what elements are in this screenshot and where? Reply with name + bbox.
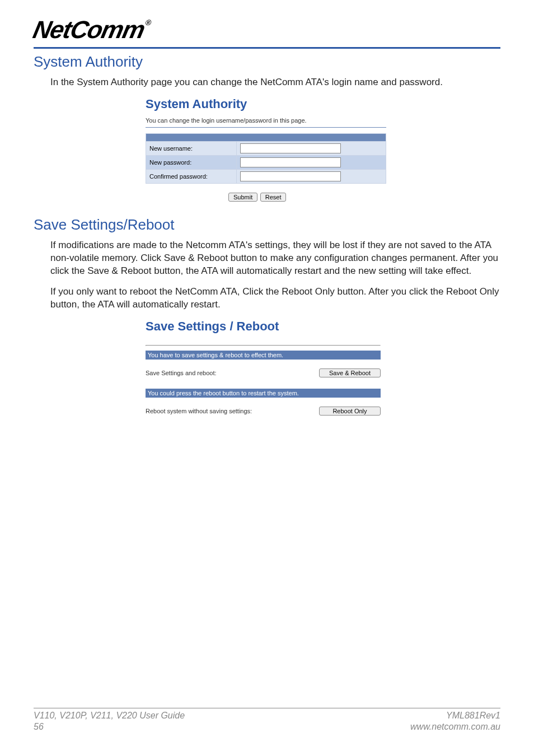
save-reboot-embed: Save Settings / Reboot You have to save … <box>146 319 381 416</box>
reboot-only-row: Reboot system without saving settings: R… <box>146 407 381 416</box>
banner-reboot-notice: You could press the reboot button to res… <box>146 389 381 398</box>
label-reboot-only: Reboot system without saving settings: <box>146 408 252 414</box>
embed2-divider <box>146 345 381 346</box>
save-reboot-p2: If you only want to reboot the NetComm A… <box>50 286 500 311</box>
new-username-input[interactable] <box>240 143 341 153</box>
embed-divider <box>146 127 386 128</box>
registered-mark: ® <box>144 18 151 27</box>
header-rule <box>34 47 500 49</box>
section-title-system-authority: System Authority <box>34 53 500 71</box>
page-footer: V110, V210P, V211, V220 User Guide 56 YM… <box>34 708 500 732</box>
table-header-bar <box>146 133 386 141</box>
save-reboot-p1: If modifications are made to the Netcomm… <box>50 239 500 278</box>
save-reboot-row: Save Settings and reboot: Save & Reboot <box>146 368 381 377</box>
footer-page-number: 56 <box>34 721 185 732</box>
system-authority-embed: System Authority You can change the logi… <box>146 97 386 202</box>
confirmed-password-input[interactable] <box>240 171 341 181</box>
section-title-save-reboot: Save Settings/Reboot <box>34 216 500 234</box>
banner-save-notice: You have to save settings & reboot to ef… <box>146 351 381 360</box>
embed-heading-system-authority: System Authority <box>146 97 386 111</box>
embed-heading-save-reboot: Save Settings / Reboot <box>146 319 381 334</box>
reset-button[interactable]: Reset <box>260 193 287 202</box>
footer-doc-id: YML881Rev1 <box>446 710 500 721</box>
reboot-only-button[interactable]: Reboot Only <box>319 407 381 416</box>
page-header: NetComm® <box>34 16 500 44</box>
brand-logo: NetComm® <box>31 16 152 44</box>
system-authority-intro: In the System Authority page you can cha… <box>50 76 500 89</box>
label-save-reboot: Save Settings and reboot: <box>146 370 217 376</box>
label-new-username: New username: <box>146 141 237 155</box>
submit-button[interactable]: Submit <box>228 193 257 202</box>
footer-rule <box>34 708 500 708</box>
save-and-reboot-button[interactable]: Save & Reboot <box>319 368 381 377</box>
brand-name: NetComm <box>31 16 147 43</box>
label-new-password: New password: <box>146 155 237 169</box>
embed-subtext: You can change the login username/passwo… <box>146 117 386 124</box>
button-row: Submit Reset <box>228 192 386 202</box>
label-confirmed-password: Confirmed password: <box>146 169 237 183</box>
footer-url: www.netcomm.com.au <box>410 721 500 732</box>
new-password-input[interactable] <box>240 157 341 167</box>
footer-guide: V110, V210P, V211, V220 User Guide <box>34 710 185 721</box>
credentials-table: New username: New password: Confirmed pa… <box>146 133 386 184</box>
